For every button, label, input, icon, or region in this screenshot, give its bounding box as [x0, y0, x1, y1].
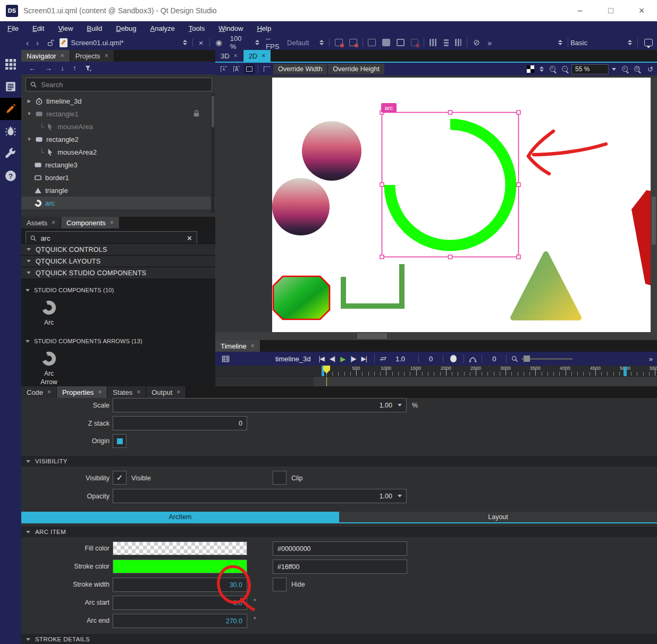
- to-end-button[interactable]: ▶|: [359, 355, 369, 362]
- dropdown-icon[interactable]: [398, 404, 402, 406]
- previous-frame-button[interactable]: ◀|: [327, 355, 338, 362]
- move-left-icon[interactable]: ←: [29, 64, 36, 72]
- menu-file[interactable]: File: [7, 24, 19, 32]
- keyframe-marker-end[interactable]: [624, 367, 627, 376]
- close-icon[interactable]: ×: [137, 388, 140, 396]
- debug-mode-button[interactable]: [0, 120, 21, 142]
- opacity-input[interactable]: 1.00: [113, 489, 407, 503]
- lock-icon[interactable]: [192, 109, 200, 117]
- welcome-mode-button[interactable]: [0, 53, 21, 75]
- maximize-button[interactable]: □: [595, 0, 626, 21]
- menu-help[interactable]: Help: [257, 24, 271, 32]
- border1-u-shape[interactable]: [343, 264, 402, 306]
- reset-size-icon[interactable]: [349, 39, 357, 46]
- component-arc[interactable]: Arc: [30, 300, 68, 326]
- section-qtquick-controls[interactable]: QTQUICK CONTROLS: [21, 243, 215, 255]
- zoom-out-icon[interactable]: −: [562, 66, 569, 73]
- loop-icon[interactable]: [380, 355, 387, 362]
- navigator-scrollbar[interactable]: [211, 94, 215, 213]
- sphere-shape-2[interactable]: [272, 178, 330, 235]
- menu-tools[interactable]: Tools: [189, 24, 205, 32]
- playback-rate[interactable]: 1.0: [387, 355, 414, 363]
- edit-mode-button[interactable]: [0, 75, 21, 98]
- navigator-search[interactable]: [26, 78, 212, 91]
- design-mode-button[interactable]: [0, 98, 21, 120]
- close-icon[interactable]: ×: [52, 219, 55, 226]
- document-spinner[interactable]: [180, 40, 190, 45]
- section-qtquick-studio-components[interactable]: QTQUICK STUDIO COMPONENTS: [21, 267, 215, 278]
- close-icon[interactable]: ×: [61, 52, 64, 60]
- canvas-vertical-scrollbar[interactable]: [651, 78, 657, 340]
- close-icon[interactable]: ×: [176, 388, 180, 396]
- distribute-vertical-icon[interactable]: [444, 39, 449, 46]
- easing-curve-icon[interactable]: [469, 355, 477, 363]
- menu-window[interactable]: Window: [218, 24, 243, 32]
- tab-3d[interactable]: 3D×: [215, 50, 243, 62]
- menu-edit[interactable]: Edit: [32, 24, 44, 32]
- anchor-move-icon[interactable]: [335, 39, 343, 46]
- close-icon[interactable]: ×: [110, 219, 114, 226]
- unlock-icon[interactable]: [47, 39, 54, 47]
- tree-item-triangle[interactable]: triangle: [21, 184, 215, 197]
- reset-view-icon[interactable]: ↺: [644, 65, 657, 73]
- tree-item-mousearea2[interactable]: └mouseArea2: [21, 146, 215, 158]
- live-preview-icon[interactable]: ◉: [212, 38, 226, 47]
- clip-checkbox[interactable]: [273, 471, 287, 485]
- close-icon[interactable]: ×: [262, 52, 265, 60]
- move-right-icon[interactable]: →: [45, 64, 52, 72]
- forward-button[interactable]: ›: [32, 38, 43, 47]
- tree-item-rectangle1[interactable]: ▼rectangle1: [21, 107, 215, 120]
- expander-expanded-icon[interactable]: ▼: [27, 111, 32, 116]
- tab-2d[interactable]: 2D×: [243, 50, 272, 62]
- zoom-fit-icon[interactable]: ⊡: [634, 66, 641, 73]
- zoom-spinner[interactable]: [252, 40, 263, 45]
- tree-item-arc[interactable]: arc: [21, 197, 215, 209]
- paste-format-icon[interactable]: [382, 39, 390, 46]
- fps-spinner[interactable]: [316, 40, 327, 45]
- timeline-name[interactable]: timeline_3d: [275, 355, 311, 363]
- tab-components[interactable]: Components×: [61, 217, 120, 228]
- timeline-overflow-button[interactable]: »: [649, 355, 657, 363]
- fill-color-swatch[interactable]: [113, 541, 247, 555]
- feedback-icon[interactable]: [644, 39, 653, 46]
- arc-shape[interactable]: [390, 124, 511, 245]
- snapping-anchors-icon[interactable]: A: [231, 64, 242, 74]
- slider-thumb[interactable]: [524, 355, 530, 362]
- red-polygon-shape[interactable]: [631, 190, 651, 288]
- style-spinner-2[interactable]: [625, 40, 635, 45]
- move-down-icon[interactable]: ↓: [61, 64, 64, 72]
- move-up-icon[interactable]: ↑: [73, 64, 77, 72]
- annotation-icon[interactable]: ⊘: [469, 38, 484, 47]
- stroke-color-swatch[interactable]: [113, 560, 247, 573]
- menu-build[interactable]: Build: [87, 24, 102, 32]
- next-frame-button[interactable]: |▶: [348, 355, 358, 362]
- border-icon[interactable]: [397, 39, 405, 46]
- distribute-horizontal-icon[interactable]: [429, 39, 437, 46]
- octagon-rectangle3-shape[interactable]: [273, 276, 330, 319]
- expander-collapsed-icon[interactable]: ▶: [27, 98, 32, 104]
- zoom-level-field[interactable]: 55 %: [571, 64, 609, 74]
- tree-item-border1[interactable]: border1: [21, 171, 215, 184]
- background-spinner[interactable]: [536, 66, 547, 72]
- play-button[interactable]: ▶: [338, 355, 348, 363]
- scale-input[interactable]: 1.00: [113, 398, 407, 412]
- group-studio-components[interactable]: STUDIO COMPONENTS (10): [21, 285, 215, 295]
- open-document[interactable]: Screen01.ui.qml*: [60, 38, 180, 47]
- search-input[interactable]: [41, 81, 207, 89]
- triangle-shape[interactable]: [513, 254, 579, 318]
- style-spinner[interactable]: [555, 40, 566, 45]
- tab-code[interactable]: Code×: [21, 386, 57, 398]
- close-button[interactable]: ×: [626, 0, 657, 21]
- tools-button[interactable]: [0, 142, 21, 165]
- grid-arrange-icon[interactable]: [455, 39, 462, 46]
- timeline-ruler[interactable]: 500 1000 1500 2000 2500 3000 3500 4000 4…: [215, 366, 657, 376]
- override-width-button[interactable]: Override Width: [273, 64, 327, 74]
- clear-search-icon[interactable]: ✕: [187, 234, 192, 242]
- selection-handles[interactable]: [380, 111, 520, 259]
- close-icon[interactable]: ×: [251, 342, 255, 350]
- tab-properties[interactable]: Properties×: [57, 386, 107, 398]
- stroke-width-input[interactable]: 30.0: [113, 578, 247, 592]
- timeline-zoom-slider[interactable]: [521, 358, 572, 360]
- toolbar-overflow-button[interactable]: »: [484, 38, 495, 47]
- close-icon[interactable]: ×: [234, 52, 238, 60]
